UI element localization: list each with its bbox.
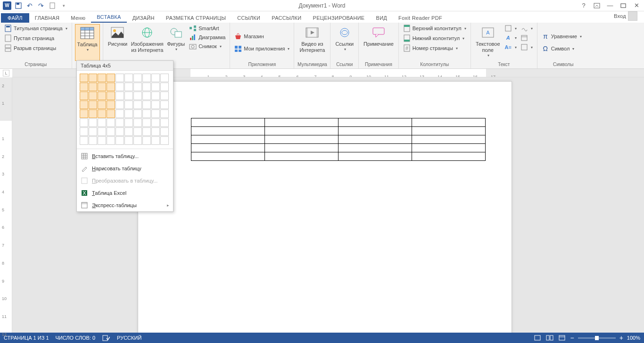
- table-grid-cell[interactable]: [89, 74, 97, 82]
- table-grid-cell[interactable]: [160, 83, 169, 91]
- table-grid-cell[interactable]: [133, 92, 142, 100]
- table-grid-cell[interactable]: [89, 109, 97, 118]
- signature-button[interactable]: ▾: [519, 24, 534, 33]
- table-grid-cell[interactable]: [133, 127, 142, 136]
- dropcap-button[interactable]: A≡▾: [503, 43, 518, 51]
- zoom-out-button[interactable]: −: [570, 334, 574, 342]
- symbol-button[interactable]: ΩСимвол▾: [540, 44, 583, 53]
- table-grid-cell[interactable]: [151, 100, 160, 109]
- table-grid-cell[interactable]: [124, 136, 133, 145]
- table-grid-cell[interactable]: [116, 109, 124, 118]
- table-grid-cell[interactable]: [89, 83, 97, 91]
- table-grid-cell[interactable]: [124, 74, 133, 82]
- online-video-button[interactable]: Видео из Интернета: [297, 24, 327, 61]
- word-logo-icon[interactable]: W: [2, 0, 12, 11]
- tab-selector-button[interactable]: L: [3, 70, 9, 76]
- table-grid-cell[interactable]: [151, 74, 160, 82]
- table-grid-cell[interactable]: [133, 118, 142, 127]
- insert-table-item[interactable]: Вставить таблицу...: [77, 150, 173, 162]
- blank-page-button[interactable]: Пустая страница: [3, 34, 69, 42]
- ribbon-options-button[interactable]: [591, 0, 603, 11]
- page-number-button[interactable]: #Номер страницы▾: [402, 44, 468, 52]
- table-grid-cell[interactable]: [160, 127, 169, 136]
- table-grid-cell[interactable]: [151, 127, 160, 136]
- table-grid-cell[interactable]: [98, 118, 106, 127]
- quick-parts-button[interactable]: ▾: [503, 24, 518, 33]
- document-table[interactable]: [191, 118, 486, 161]
- tab-foxit[interactable]: Foxit Reader PDF: [393, 13, 448, 23]
- chart-button[interactable]: Диаграмма: [188, 33, 227, 42]
- wordart-button[interactable]: A▾: [503, 33, 518, 42]
- store-button[interactable]: Магазин: [233, 32, 291, 41]
- table-grid-cell[interactable]: [116, 83, 124, 91]
- table-grid-cell[interactable]: [142, 92, 151, 100]
- zoom-in-button[interactable]: +: [619, 334, 623, 342]
- table-grid-cell[interactable]: [160, 92, 169, 100]
- tab-home[interactable]: ГЛАВНАЯ: [29, 13, 66, 23]
- new-doc-button[interactable]: [47, 0, 58, 11]
- table-grid-cell[interactable]: [124, 100, 133, 109]
- table-grid-cell[interactable]: [80, 83, 88, 91]
- table-grid-cell[interactable]: [160, 136, 169, 145]
- table-grid-cell[interactable]: [160, 109, 169, 118]
- tab-review[interactable]: РЕЦЕНЗИРОВАНИЕ: [307, 13, 371, 23]
- my-apps-button[interactable]: Мои приложения▾: [233, 44, 291, 53]
- redo-button[interactable]: ↷: [36, 0, 46, 11]
- table-grid-cell[interactable]: [142, 136, 151, 145]
- table-grid-cell[interactable]: [133, 100, 142, 109]
- links-button[interactable]: Ссылки▾: [333, 24, 355, 61]
- tab-insert[interactable]: ВСТАВКА: [91, 12, 126, 23]
- table-grid-cell[interactable]: [142, 74, 151, 82]
- word-count[interactable]: ЧИСЛО СЛОВ: 0: [56, 335, 96, 341]
- table-grid-cell[interactable]: [98, 109, 106, 118]
- vertical-ruler[interactable]: 21123456789101112131415: [0, 77, 12, 333]
- shapes-button[interactable]: Фигуры▾: [165, 24, 187, 61]
- table-grid-cell[interactable]: [80, 136, 88, 145]
- table-grid-cell[interactable]: [160, 74, 169, 82]
- tab-mailings[interactable]: РАССЫЛКИ: [266, 13, 307, 23]
- table-grid-cell[interactable]: [133, 109, 142, 118]
- smartart-button[interactable]: SmartArt: [188, 24, 227, 33]
- table-grid-cell[interactable]: [142, 118, 151, 127]
- table-grid-cell[interactable]: [107, 109, 115, 118]
- table-grid-cell[interactable]: [89, 100, 97, 109]
- table-grid-cell[interactable]: [124, 127, 133, 136]
- table-grid-cell[interactable]: [98, 136, 106, 145]
- table-grid-cell[interactable]: [89, 92, 97, 100]
- table-grid-cell[interactable]: [151, 118, 160, 127]
- table-grid-cell[interactable]: [160, 100, 169, 109]
- page[interactable]: [138, 81, 512, 333]
- table-grid-cell[interactable]: [107, 127, 115, 136]
- table-grid-cell[interactable]: [160, 118, 169, 127]
- excel-table-item[interactable]: XТаблица Excel: [77, 187, 173, 199]
- save-button[interactable]: [13, 0, 24, 11]
- table-grid-cell[interactable]: [124, 83, 133, 91]
- table-grid-cell[interactable]: [107, 83, 115, 91]
- table-grid-cell[interactable]: [142, 83, 151, 91]
- tab-view[interactable]: ВИД: [371, 13, 393, 23]
- table-grid-cell[interactable]: [124, 109, 133, 118]
- table-grid-cell[interactable]: [80, 109, 88, 118]
- table-grid-cell[interactable]: [80, 127, 88, 136]
- table-grid-cell[interactable]: [107, 136, 115, 145]
- table-grid-cell[interactable]: [80, 74, 88, 82]
- table-grid-cell[interactable]: [98, 83, 106, 91]
- equation-button[interactable]: πУравнение▾: [540, 32, 583, 41]
- undo-button[interactable]: ↶: [25, 0, 35, 11]
- table-grid-cell[interactable]: [98, 74, 106, 82]
- table-grid-cell[interactable]: [116, 118, 124, 127]
- table-grid-cell[interactable]: [107, 92, 115, 100]
- table-grid-cell[interactable]: [89, 136, 97, 145]
- table-grid-cell[interactable]: [142, 127, 151, 136]
- online-pictures-button[interactable]: Изображения из Интернета: [130, 24, 164, 61]
- pictures-button[interactable]: Рисунки: [106, 24, 130, 61]
- qat-customize-button[interactable]: ▾: [58, 0, 69, 11]
- zoom-level[interactable]: 100%: [627, 335, 640, 341]
- screenshot-button[interactable]: Снимок▾: [188, 42, 227, 50]
- table-grid-cell[interactable]: [98, 100, 106, 109]
- table-grid-cell[interactable]: [151, 83, 160, 91]
- table-grid-cell[interactable]: [116, 127, 124, 136]
- header-button[interactable]: Верхний колонтитул▾: [402, 24, 468, 33]
- table-grid-cell[interactable]: [133, 74, 142, 82]
- table-grid-cell[interactable]: [80, 100, 88, 109]
